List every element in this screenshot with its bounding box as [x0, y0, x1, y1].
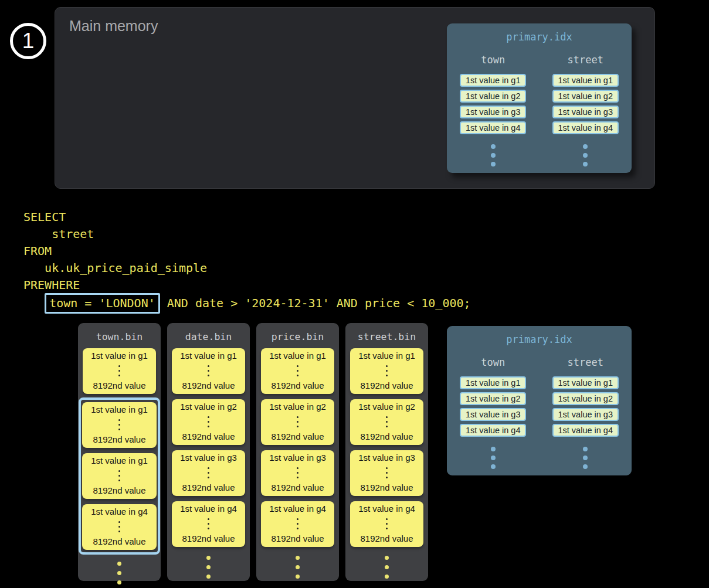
granule-first-value: 1st value in g1	[91, 351, 148, 361]
ellipsis-dot	[208, 467, 209, 469]
ellipsis-dot	[297, 528, 298, 529]
ellipsis-dot	[386, 370, 388, 372]
ellipsis-dot	[206, 556, 211, 560]
granule-block: 1st value in g38192nd value	[350, 450, 423, 496]
ellipsis-dot	[386, 421, 388, 423]
ellipsis-dot	[118, 370, 120, 372]
ellipsis-dot	[208, 365, 209, 367]
ellipsis-dot	[491, 464, 496, 469]
ellipsis-dot	[491, 447, 496, 451]
index-mark-chip: 1st value in g1	[552, 376, 619, 389]
granule-last-value: 8192nd value	[360, 431, 413, 441]
index-ellipsis-dots	[491, 144, 496, 166]
ellipsis-dot	[386, 467, 388, 469]
bin-ellipsis-dots	[172, 556, 245, 579]
ellipsis-dot	[297, 472, 298, 474]
index-ellipsis-dots	[583, 447, 588, 469]
ellipsis-dot	[583, 456, 588, 460]
ellipsis-dot	[208, 523, 209, 525]
ellipsis-dot	[583, 144, 588, 149]
sql-query: SELECT streetFROM uk.uk_price_paid_simpl…	[23, 209, 471, 312]
ellipsis-dot	[208, 477, 209, 478]
bin-file-panel-price-bin: price.bin1st value in g18192nd value1st …	[256, 323, 339, 581]
ellipsis-dot	[118, 365, 120, 367]
ellipsis-dot	[386, 365, 388, 367]
step-number: 1	[22, 29, 35, 53]
granule-ellipsis-dots	[297, 467, 298, 478]
granule-last-value: 8192nd value	[360, 533, 413, 543]
index-mark-chip: 1st value in g2	[552, 392, 619, 405]
ellipsis-dot	[491, 162, 496, 166]
primary-idx-title: primary.idx	[447, 334, 632, 345]
granule-ellipsis-dots	[208, 365, 209, 376]
sql-condition-rest: AND date > '2024-12-31' AND price < 10_0…	[160, 295, 471, 312]
ellipsis-dot	[297, 421, 298, 423]
index-column-header: street	[568, 356, 603, 368]
primary-idx-title: primary.idx	[447, 31, 632, 43]
granule-ellipsis-dots	[208, 467, 209, 478]
bin-ellipsis-dots	[261, 556, 334, 579]
ellipsis-dot	[386, 375, 388, 376]
ellipsis-dot	[491, 456, 496, 460]
granule-ellipsis-dots	[208, 416, 209, 427]
granule-ellipsis-dots	[386, 518, 388, 529]
ellipsis-dot	[208, 375, 209, 376]
ellipsis-dot	[385, 556, 389, 560]
granule-block: 1st value in g48192nd value	[82, 504, 157, 550]
granule-block: 1st value in g18192nd value	[82, 402, 157, 448]
ellipsis-dot	[118, 526, 120, 528]
ellipsis-dot	[297, 375, 298, 376]
ellipsis-dot	[297, 523, 298, 525]
granule-last-value: 8192nd value	[93, 536, 145, 546]
index-column-header: town	[481, 356, 505, 368]
granule-ellipsis-dots	[386, 416, 388, 427]
ellipsis-dot	[208, 426, 209, 427]
granule-last-value: 8192nd value	[182, 533, 235, 543]
ellipsis-dot	[386, 523, 388, 525]
ellipsis-dot	[118, 429, 120, 430]
granule-ellipsis-dots	[386, 365, 388, 376]
index-column-street: street1st value in g11st value in g21st …	[540, 54, 632, 166]
index-mark-chip: 1st value in g2	[460, 90, 526, 103]
granule-ellipsis-dots	[297, 416, 298, 427]
granule-first-value: 1st value in g4	[269, 504, 326, 514]
ellipsis-dot	[386, 426, 388, 427]
ellipsis-dot	[296, 556, 300, 560]
primary-idx-card-disk: primary.idxtown1st value in g11st value …	[447, 326, 632, 475]
index-columns: town1st value in g11st value in g21st va…	[447, 356, 632, 469]
granule-block: 1st value in g18192nd value	[172, 348, 245, 394]
index-column-street: street1st value in g11st value in g21st …	[540, 356, 632, 469]
index-mark-chip: 1st value in g3	[552, 408, 619, 421]
sql-prewhere-condition-line: town = 'LONDON' AND date > '2024-12-31' …	[23, 295, 471, 312]
index-mark-chip: 1st value in g2	[460, 392, 526, 405]
granule-block: 1st value in g18192nd value	[83, 348, 156, 394]
index-column-town: town1st value in g11st value in g21st va…	[447, 356, 540, 469]
index-mark-chip: 1st value in g4	[552, 424, 619, 437]
ellipsis-dot	[583, 447, 588, 451]
ellipsis-dot	[297, 426, 298, 427]
sql-line: FROM	[23, 243, 471, 260]
granule-ellipsis-dots	[118, 419, 120, 430]
ellipsis-dot	[386, 472, 388, 474]
granule-stack: 1st value in g18192nd value1st value in …	[256, 348, 339, 579]
index-mark-chip: 1st value in g3	[460, 408, 526, 421]
bin-files-row: town.bin1st value in g18192nd value1st v…	[78, 323, 428, 581]
granule-stack: 1st value in g18192nd value1st value in …	[78, 348, 161, 584]
ellipsis-dot	[208, 472, 209, 474]
granule-last-value: 8192nd value	[93, 380, 145, 390]
main-memory-title: Main memory	[69, 18, 158, 35]
granule-ellipsis-dots	[118, 470, 120, 481]
ellipsis-dot	[118, 531, 120, 532]
granule-last-value: 8192nd value	[360, 482, 413, 492]
bin-ellipsis-dots	[83, 562, 156, 584]
ellipsis-dot	[117, 580, 121, 584]
sql-highlight-box: town = 'LONDON'	[45, 293, 160, 314]
ellipsis-dot	[297, 370, 298, 372]
index-column-town: town1st value in g11st value in g21st va…	[447, 54, 540, 166]
selected-granules-box: 1st value in g18192nd value1st value in …	[79, 397, 160, 555]
granule-block: 1st value in g48192nd value	[261, 501, 334, 547]
bin-file-title: street.bin	[345, 331, 428, 342]
ellipsis-dot	[297, 365, 298, 367]
index-ellipsis-dots	[491, 447, 496, 469]
index-ellipsis-dots	[583, 144, 588, 166]
